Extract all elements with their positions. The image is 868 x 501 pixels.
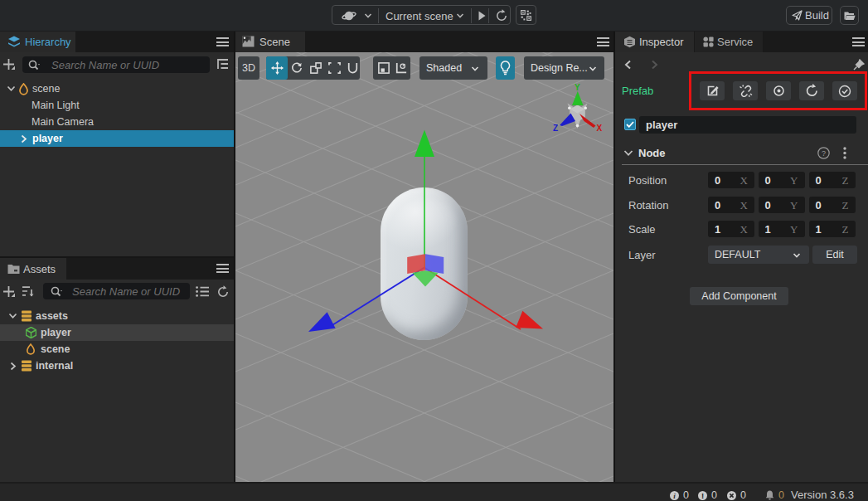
svg-text:!: ! — [701, 491, 704, 500]
svg-text:?: ? — [822, 149, 826, 158]
svg-text:Y: Y — [575, 83, 580, 92]
svg-text:X: X — [597, 124, 603, 133]
svg-text:Z: Z — [553, 124, 558, 133]
